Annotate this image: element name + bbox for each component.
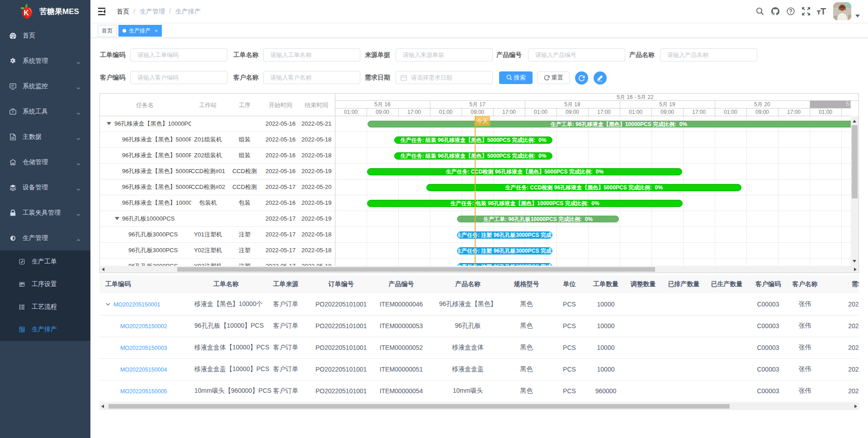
svg-text:K: K bbox=[24, 9, 29, 17]
